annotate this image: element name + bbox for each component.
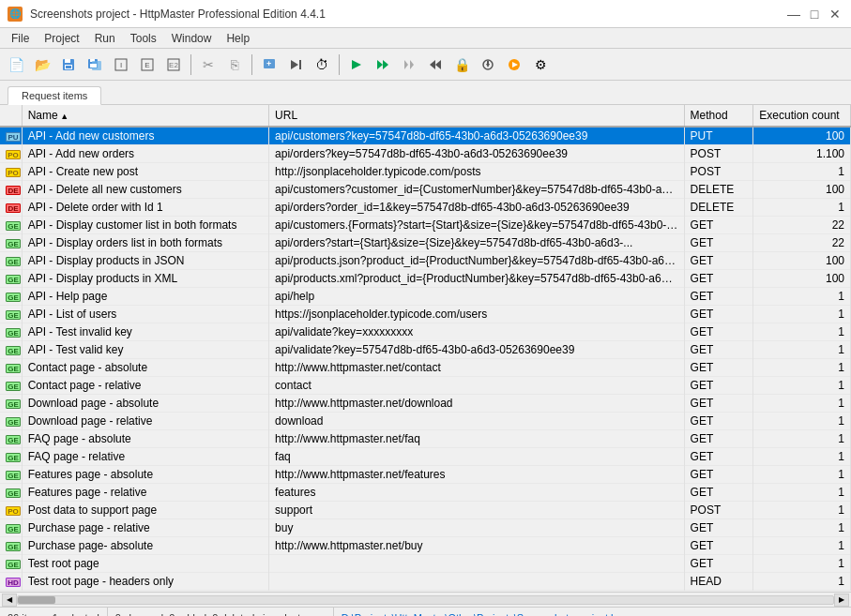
export-button[interactable]: E: [135, 53, 160, 77]
row-name: API - Delete all new customers: [22, 181, 268, 199]
table-row[interactable]: POPost data to support pagesupportPOST1: [0, 502, 851, 519]
copy-button[interactable]: ⎘: [222, 53, 247, 77]
table-row[interactable]: GEContact page - absolutehttp://www.http…: [0, 359, 851, 377]
status-dots: ...: [835, 612, 843, 617]
menu-run[interactable]: Run: [87, 30, 123, 47]
table-row[interactable]: GEAPI - Help pageapi/helpGET1: [0, 288, 851, 306]
stop-button[interactable]: [397, 53, 421, 77]
menu-window[interactable]: Window: [164, 30, 220, 47]
row-icon-cell: DE: [0, 181, 22, 199]
open-button[interactable]: 📂: [30, 53, 54, 77]
table-row[interactable]: GEAPI - Display products in XMLapi/produ…: [0, 270, 851, 288]
table-row[interactable]: GEAPI - Display orders list in both form…: [0, 234, 851, 252]
row-icon-cell: GE: [0, 341, 22, 359]
table-row[interactable]: GEDownload page - absolutehttp://www.htt…: [0, 395, 851, 413]
cut-button[interactable]: ✂: [196, 53, 220, 77]
col-header-name[interactable]: Name: [22, 105, 268, 127]
play-circle-button[interactable]: [502, 53, 526, 77]
table-row[interactable]: GEFeatures page - absolutehttp://www.htt…: [0, 466, 851, 484]
table-row[interactable]: GEAPI - Display customer list in both fo…: [0, 217, 851, 234]
scroll-thumb[interactable]: [18, 596, 55, 604]
table-row[interactable]: GEPurchase page - relativebuyGET1: [0, 519, 851, 537]
table-row[interactable]: GEAPI - Test valid keyapi/validate?key=5…: [0, 341, 851, 359]
close-button[interactable]: ✕: [827, 6, 843, 23]
menu-tools[interactable]: Tools: [123, 30, 164, 47]
scroll-right-arrow[interactable]: ▶: [834, 593, 849, 607]
row-name: Download page - absolute: [22, 395, 268, 413]
row-method: GET: [684, 413, 753, 430]
table-row[interactable]: POAPI - Add new ordersapi/orders?key=575…: [0, 145, 851, 163]
table-row[interactable]: GEAPI - List of usershttps://jsonplaceho…: [0, 306, 851, 323]
h-scrollbar[interactable]: ◀ ▶: [0, 592, 851, 607]
col-header-url[interactable]: URL: [269, 105, 685, 127]
method-icon: GE: [6, 399, 21, 409]
table-row[interactable]: HDTest root page - headers onlyHEAD1: [0, 573, 851, 591]
tab-request-items[interactable]: Request items: [8, 86, 101, 105]
row-method: GET: [684, 270, 753, 288]
svg-text:E: E: [144, 61, 149, 69]
minimize-button[interactable]: —: [785, 6, 802, 23]
new-button[interactable]: 📄: [4, 53, 28, 77]
menu-file[interactable]: File: [4, 30, 37, 47]
svg-text:I: I: [120, 61, 122, 69]
import-button[interactable]: I: [109, 53, 133, 77]
scroll-track[interactable]: [17, 595, 834, 605]
table-row[interactable]: GEFAQ page - absolutehttp://www.httpmast…: [0, 430, 851, 448]
table-row[interactable]: POAPI - Create new posthttp://jsonplaceh…: [0, 163, 851, 181]
table-row[interactable]: PUAPI - Add new customersapi/customers?k…: [0, 127, 851, 145]
lock-button[interactable]: [476, 53, 500, 77]
row-count: 1: [753, 163, 851, 181]
table-row[interactable]: DEAPI - Delete order with Id 1api/orders…: [0, 199, 851, 217]
table-row[interactable]: GEPurchase page- absolutehttp://www.http…: [0, 537, 851, 555]
row-method: GET: [684, 359, 753, 377]
toolbar-sep-1: [190, 54, 191, 75]
row-count: 1: [753, 395, 851, 413]
method-icon: HD: [6, 578, 21, 587]
timer-button[interactable]: ⏱: [310, 53, 334, 77]
method-icon: GE: [6, 488, 21, 498]
method-icon: DE: [6, 186, 21, 195]
table-row[interactable]: GEAPI - Display products in JSONapi/prod…: [0, 252, 851, 270]
menu-project[interactable]: Project: [37, 30, 86, 47]
run-button[interactable]: [344, 53, 369, 77]
table-row[interactable]: DEAPI - Delete all new customersapi/cust…: [0, 181, 851, 199]
svg-text:E2: E2: [169, 61, 178, 69]
method-icon: GE: [6, 257, 21, 266]
col-header-count[interactable]: Execution count: [753, 105, 851, 127]
scroll-left-arrow[interactable]: ◀: [2, 593, 17, 607]
save-all-button[interactable]: [83, 53, 107, 77]
row-url: api/orders?start={Start}&size={Size}&key…: [269, 234, 685, 252]
add-button[interactable]: +: [257, 53, 281, 77]
save-button[interactable]: [56, 53, 81, 77]
row-icon-cell: GE: [0, 519, 22, 537]
export2-button[interactable]: E2: [161, 53, 186, 77]
table-row[interactable]: GEContact page - relativecontactGET1: [0, 377, 851, 395]
menu-help[interactable]: Help: [219, 30, 257, 47]
row-count: 1: [753, 555, 851, 573]
run-all-button[interactable]: [371, 53, 395, 77]
table-row[interactable]: GETest root pageGET1: [0, 555, 851, 573]
row-name: API - Delete order with Id 1: [22, 199, 268, 217]
svg-rect-27: [487, 61, 489, 64]
table-row[interactable]: GEAPI - Test invalid keyapi/validate?key…: [0, 323, 851, 341]
method-icon: GE: [6, 471, 21, 480]
scroll-area[interactable]: Name URL Method Execution count PUAPI - …: [0, 105, 851, 592]
run-step-button[interactable]: [283, 53, 308, 77]
row-url: http://www.httpmaster.net/buy: [269, 537, 685, 555]
table-row[interactable]: GEFAQ page - relativefaqGET1: [0, 448, 851, 466]
row-icon-cell: PO: [0, 502, 22, 519]
row-name: Features page - absolute: [22, 466, 268, 484]
rewind-button[interactable]: [423, 53, 448, 77]
settings-button[interactable]: ⚙: [528, 53, 553, 77]
col-header-method[interactable]: Method: [684, 105, 753, 127]
row-icon-cell: GE: [0, 413, 22, 430]
svg-rect-7: [90, 64, 97, 68]
method-icon: PO: [6, 150, 21, 159]
table-row[interactable]: GEFeatures page - relativefeaturesGET1: [0, 484, 851, 502]
maximize-button[interactable]: □: [806, 6, 823, 23]
row-name: API - List of users: [22, 306, 268, 323]
tab-bar: Request items: [0, 81, 851, 105]
svg-marker-20: [383, 60, 388, 69]
table-row[interactable]: GEDownload page - relativedownloadGET1: [0, 413, 851, 430]
forward-button[interactable]: 🔒: [449, 53, 474, 77]
